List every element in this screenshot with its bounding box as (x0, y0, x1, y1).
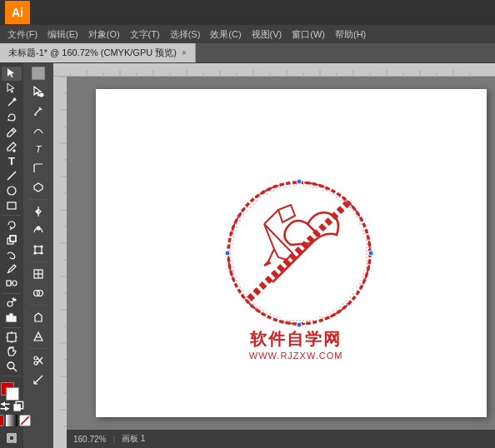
toolbar-separator-2 (2, 293, 21, 294)
type-tool[interactable]: T (2, 155, 22, 169)
left-toolbar: T (0, 63, 23, 448)
artboard-tool[interactable] (2, 330, 22, 344)
menu-text[interactable]: 文字(T) (126, 27, 164, 42)
scale-tool[interactable] (2, 232, 22, 246)
select-all-tool[interactable] (28, 82, 48, 101)
sec-sep-1 (29, 199, 48, 200)
fill-stroke-indicator[interactable] (1, 382, 22, 399)
svg-point-17 (12, 298, 14, 300)
screen-mode-button[interactable] (2, 431, 22, 445)
artboard-info: 画板 1 (122, 433, 145, 445)
curvature-tool[interactable] (28, 121, 48, 139)
ruler-corner (32, 67, 45, 80)
status-bar: 160.72% | 画板 1 (67, 430, 495, 448)
toolbar-separator (2, 215, 21, 216)
free-transform-tool[interactable] (28, 241, 48, 259)
app-logo: Ai (5, 1, 30, 24)
svg-point-117 (225, 251, 230, 256)
ellipse-tool[interactable] (2, 184, 22, 198)
gradient-mode-button[interactable] (6, 415, 18, 426)
shape-builder-tool[interactable] (28, 284, 48, 302)
polygon-tool[interactable] (28, 178, 48, 197)
none-mode-button[interactable] (19, 415, 31, 426)
swap-colors-button[interactable] (0, 401, 11, 412)
svg-line-11 (8, 271, 9, 273)
blend-tool[interactable] (2, 276, 22, 291)
svg-line-27 (13, 368, 17, 371)
svg-point-37 (37, 226, 40, 230)
live-paint-tool[interactable] (28, 308, 48, 326)
canvas-area[interactable]: 软件自学网 WWW.RJZXW.COM 160.72% | 画板 1 (53, 63, 495, 448)
svg-rect-9 (10, 236, 16, 241)
svg-point-6 (8, 187, 16, 195)
svg-rect-19 (10, 314, 12, 321)
menu-select[interactable]: 选择(S) (166, 27, 205, 42)
watermark-chinese: 软件自学网 (249, 328, 343, 351)
graph-tool[interactable] (2, 311, 22, 325)
svg-rect-21 (8, 333, 16, 341)
vertical-ruler (53, 77, 67, 448)
document-tab[interactable]: 未标题-1* @ 160.72% (CMYK/GPU 预览) × (0, 43, 196, 62)
menu-help[interactable]: 帮助(H) (331, 27, 370, 42)
menu-edit[interactable]: 编辑(E) (43, 27, 82, 42)
svg-point-49 (34, 356, 38, 360)
reshape-tool[interactable] (28, 222, 48, 240)
menu-object[interactable]: 对象(O) (84, 27, 124, 42)
canvas-background: 软件自学网 WWW.RJZXW.COM (67, 77, 495, 430)
pen-tool[interactable] (2, 125, 22, 139)
watermark-url: WWW.RJZXW.COM (249, 351, 343, 361)
svg-rect-83 (53, 77, 67, 448)
zoom-level[interactable]: 160.72% (73, 435, 106, 444)
selection-tool[interactable] (2, 67, 22, 81)
svg-point-42 (41, 252, 42, 254)
warp-tool[interactable] (2, 247, 22, 261)
title-bar: Ai (0, 0, 495, 25)
svg-rect-12 (7, 281, 11, 286)
sec-sep-2 (29, 261, 48, 262)
default-colors-button[interactable] (12, 401, 24, 412)
reflect-tool[interactable] (28, 202, 48, 221)
rotate-tool[interactable] (2, 218, 22, 232)
svg-point-115 (368, 251, 373, 256)
svg-point-26 (8, 362, 14, 369)
artboard: 软件自学网 WWW.RJZXW.COM (96, 89, 487, 417)
menu-file[interactable]: 文件(F) (3, 27, 42, 42)
lasso-tool[interactable] (2, 111, 22, 125)
svg-marker-1 (13, 98, 16, 101)
rectangle-tool[interactable] (2, 198, 22, 212)
tab-close-button[interactable]: × (182, 48, 187, 57)
color-mode-button[interactable] (0, 415, 4, 426)
menu-view[interactable]: 视图(V) (248, 27, 287, 42)
svg-rect-18 (7, 316, 9, 321)
add-anchor-tool[interactable] (2, 140, 22, 154)
zoom-tool[interactable] (2, 360, 22, 374)
svg-rect-33 (9, 436, 14, 441)
arc-tool[interactable] (28, 159, 48, 177)
svg-point-50 (34, 361, 38, 365)
stroke-color[interactable] (6, 387, 19, 401)
measure-tool[interactable] (28, 371, 48, 389)
menu-effect[interactable]: 效果(C) (206, 27, 245, 42)
tab-bar: 未标题-1* @ 160.72% (CMYK/GPU 预览) × (0, 43, 495, 63)
svg-point-116 (297, 322, 302, 327)
no-tools-graphic (216, 170, 382, 336)
menu-window[interactable]: 窗口(W) (288, 27, 329, 42)
symbol-sprayer-tool[interactable] (2, 296, 22, 310)
line-tool[interactable] (2, 169, 22, 183)
svg-line-51 (38, 358, 42, 364)
mesh-tool[interactable] (28, 265, 48, 283)
svg-point-41 (34, 252, 36, 254)
path-eraser-tool[interactable] (28, 102, 48, 120)
eyedropper-tool[interactable] (2, 261, 22, 276)
toolbar-separator-3 (2, 327, 21, 328)
watermark-container: 软件自学网 WWW.RJZXW.COM (249, 328, 343, 361)
magic-wand-tool[interactable] (2, 96, 22, 110)
direct-selection-tool[interactable] (2, 82, 22, 96)
hand-tool[interactable] (2, 345, 22, 359)
svg-rect-30 (6, 415, 18, 426)
area-type-tool[interactable]: T (28, 140, 48, 158)
svg-point-13 (12, 281, 17, 286)
perspective-grid-tool[interactable] (28, 327, 48, 346)
scissors-tool[interactable] (28, 351, 48, 370)
svg-line-53 (34, 376, 42, 384)
